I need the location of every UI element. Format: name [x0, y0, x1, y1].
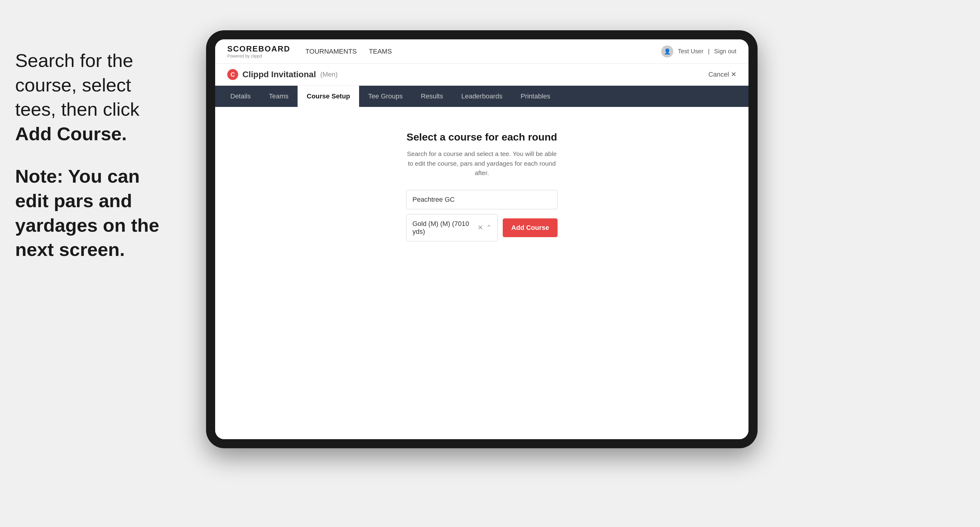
course-select-title: Select a course for each round: [407, 131, 557, 143]
tournament-icon: C: [227, 69, 238, 80]
tab-course-setup[interactable]: Course Setup: [298, 86, 359, 107]
tee-select-controls: ✕ ⌃: [477, 224, 492, 232]
separator: |: [708, 48, 710, 55]
tab-leaderboards[interactable]: Leaderboards: [452, 86, 512, 107]
chevron-icon[interactable]: ⌃: [486, 224, 492, 232]
top-nav: SCOREBOARD Powered by clippd TOURNAMENTS…: [215, 40, 748, 63]
nav-tournaments[interactable]: TOURNAMENTS: [305, 48, 357, 56]
signout-link[interactable]: Sign out: [714, 48, 737, 55]
cancel-button[interactable]: Cancel ✕: [708, 71, 737, 78]
logo: SCOREBOARD Powered by clippd: [227, 44, 290, 59]
nav-right: 👤 Test User | Sign out: [661, 45, 737, 57]
tee-value: Gold (M) (M) (7010 yds): [412, 220, 477, 236]
nav-teams[interactable]: TEAMS: [369, 48, 392, 56]
annotation-note: Note: You can edit pars and yardages on …: [15, 164, 173, 262]
tournament-tag: (Men): [320, 71, 337, 78]
tab-details[interactable]: Details: [221, 86, 260, 107]
sub-nav: Details Teams Course Setup Tee Groups Re…: [215, 86, 748, 107]
tab-teams[interactable]: Teams: [260, 86, 298, 107]
user-label: Test User: [678, 48, 703, 55]
tee-select[interactable]: Gold (M) (M) (7010 yds) ✕ ⌃: [406, 214, 498, 241]
user-avatar: 👤: [661, 45, 673, 57]
tab-tee-groups[interactable]: Tee Groups: [359, 86, 412, 107]
annotation-text: Search for the course, select tees, then…: [15, 48, 173, 146]
main-content: Select a course for each round Search fo…: [215, 107, 748, 439]
tab-results[interactable]: Results: [412, 86, 452, 107]
clear-icon[interactable]: ✕: [477, 224, 483, 232]
add-course-button[interactable]: Add Course: [503, 218, 558, 237]
tournament-title: C Clippd Invitational (Men): [227, 69, 337, 80]
tee-select-row: Gold (M) (M) (7010 yds) ✕ ⌃ Add Course: [406, 214, 558, 241]
tablet-frame: SCOREBOARD Powered by clippd TOURNAMENTS…: [206, 30, 757, 448]
annotation-area: Search for the course, select tees, then…: [0, 37, 188, 274]
tablet-screen: SCOREBOARD Powered by clippd TOURNAMENTS…: [215, 40, 748, 439]
tournament-header: C Clippd Invitational (Men) Cancel ✕: [215, 63, 748, 86]
nav-links: TOURNAMENTS TEAMS: [305, 48, 392, 56]
course-search-input[interactable]: [406, 190, 558, 209]
nav-left: SCOREBOARD Powered by clippd TOURNAMENTS…: [227, 44, 392, 59]
tab-printables[interactable]: Printables: [512, 86, 559, 107]
course-select-desc: Search for a course and select a tee. Yo…: [406, 149, 558, 178]
add-course-highlight: Add Course.: [15, 123, 127, 144]
